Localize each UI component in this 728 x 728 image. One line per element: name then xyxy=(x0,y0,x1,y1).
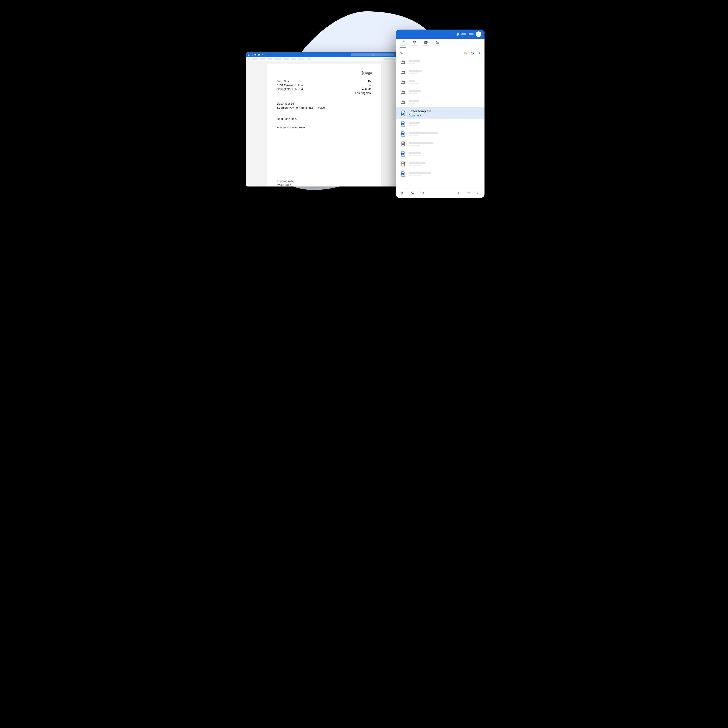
chevron-up-icon[interactable] xyxy=(477,192,480,195)
modules-tab-icon xyxy=(413,40,416,44)
svg-text:W: W xyxy=(402,133,403,135)
svg-point-7 xyxy=(414,43,415,44)
list-item-doc[interactable]: W xyxy=(396,149,485,159)
list-item-folder[interactable] xyxy=(396,67,485,77)
search-icon[interactable] xyxy=(477,51,481,55)
list-item-folder[interactable] xyxy=(396,87,485,97)
selected-title: Letter template xyxy=(408,109,431,113)
logo-text: logo xyxy=(365,71,372,75)
tab-media[interactable] xyxy=(434,40,440,47)
tabs-more-icon[interactable]: ⋮ xyxy=(477,42,480,46)
list-item-doc[interactable]: W xyxy=(396,169,485,179)
list-item-folder[interactable] xyxy=(396,57,485,67)
equals-icon: = xyxy=(266,54,268,56)
document-date: December 16 xyxy=(277,102,372,106)
word-file-icon: W xyxy=(401,171,405,177)
panel-tabs: ⋮ xyxy=(396,39,485,49)
svg-text:W: W xyxy=(402,153,403,155)
panel-header xyxy=(396,29,485,39)
folder-icon xyxy=(401,100,405,104)
header-placeholder xyxy=(469,33,474,35)
panel-footer xyxy=(396,188,485,198)
word-file-icon: W xyxy=(401,151,405,157)
svg-point-6 xyxy=(415,41,416,42)
document-tab-icon xyxy=(401,40,405,44)
selected-subtitle: Document xyxy=(408,114,431,117)
images-tab-icon xyxy=(424,40,428,44)
word-file-icon: W xyxy=(401,121,405,127)
document-subject: Subject: Payment Reminder - Invoice xyxy=(277,106,372,110)
document-logo: logo xyxy=(360,71,372,75)
path-bar xyxy=(396,49,485,57)
text-file-icon xyxy=(401,141,405,146)
list-item-selected[interactable]: W Letter template Document xyxy=(396,107,485,119)
document-signoff: Kind regards, Paul Duran xyxy=(277,179,372,187)
app-menu-icon[interactable] xyxy=(248,54,250,56)
list-item-doc[interactable]: W xyxy=(396,129,485,139)
save-icon[interactable] xyxy=(258,54,260,56)
plus-icon[interactable] xyxy=(457,191,460,195)
body-placeholder[interactable]: Add your content here xyxy=(277,126,372,129)
svg-text:W: W xyxy=(402,113,403,114)
folder-icon xyxy=(401,90,405,95)
document-editor-window: = xyxy=(246,52,403,187)
folder-icon xyxy=(401,60,405,64)
user-icon xyxy=(477,32,480,36)
svg-rect-0 xyxy=(248,54,250,56)
refresh-icon[interactable] xyxy=(421,191,424,195)
list-item-textfile[interactable] xyxy=(396,139,485,149)
svg-point-4 xyxy=(478,33,479,34)
undo-icon[interactable] xyxy=(262,54,265,56)
header-placeholder xyxy=(461,33,466,35)
folder-icon xyxy=(401,70,405,75)
document-greeting: Dear John Doe, xyxy=(277,117,372,121)
play-icon[interactable] xyxy=(401,191,404,195)
folder-icon xyxy=(401,80,405,84)
open-folder-icon[interactable] xyxy=(470,51,474,55)
file-list[interactable]: W Letter template Document W W xyxy=(396,57,485,188)
svg-text:W: W xyxy=(402,124,403,125)
tab-images[interactable] xyxy=(423,40,429,47)
sender-address: John Doe 1234 Oakwood Drive Springfield,… xyxy=(277,80,304,95)
media-tab-icon xyxy=(435,40,439,44)
toggle-icon[interactable] xyxy=(252,54,256,56)
word-file-icon: W xyxy=(401,110,405,116)
titlebar-search[interactable] xyxy=(351,54,395,56)
logo-swirl-icon xyxy=(360,71,364,75)
svg-point-1 xyxy=(372,54,373,55)
tab-modules[interactable] xyxy=(411,40,418,47)
avatar[interactable] xyxy=(476,31,481,37)
home-icon[interactable] xyxy=(399,51,403,55)
file-browser-panel: ⋮ xyxy=(396,29,485,198)
svg-point-5 xyxy=(413,41,414,42)
svg-point-9 xyxy=(478,52,480,54)
tab-documents[interactable] xyxy=(400,40,406,48)
svg-text:W: W xyxy=(402,173,403,175)
home-icon[interactable] xyxy=(410,191,414,195)
editor-ribbon xyxy=(246,57,403,61)
list-item-textfile[interactable] xyxy=(396,159,485,169)
word-file-icon: W xyxy=(401,131,405,137)
list-item-folder[interactable] xyxy=(396,77,485,87)
document-page[interactable]: logo John Doe 1234 Oakwood Drive Springf… xyxy=(268,64,381,187)
list-item-folder[interactable] xyxy=(396,97,485,107)
menu-list-icon[interactable] xyxy=(467,191,470,195)
editor-titlebar: = xyxy=(246,52,403,57)
text-file-icon xyxy=(401,161,405,167)
stacked-folders-icon[interactable] xyxy=(463,51,467,55)
editor-canvas[interactable]: logo John Doe 1234 Oakwood Drive Springf… xyxy=(246,61,403,187)
list-item-doc[interactable]: W xyxy=(396,119,485,129)
globe-icon[interactable] xyxy=(456,32,459,36)
recipient-address: Pa Exa 456 Ma Los Angeles, xyxy=(355,80,372,95)
